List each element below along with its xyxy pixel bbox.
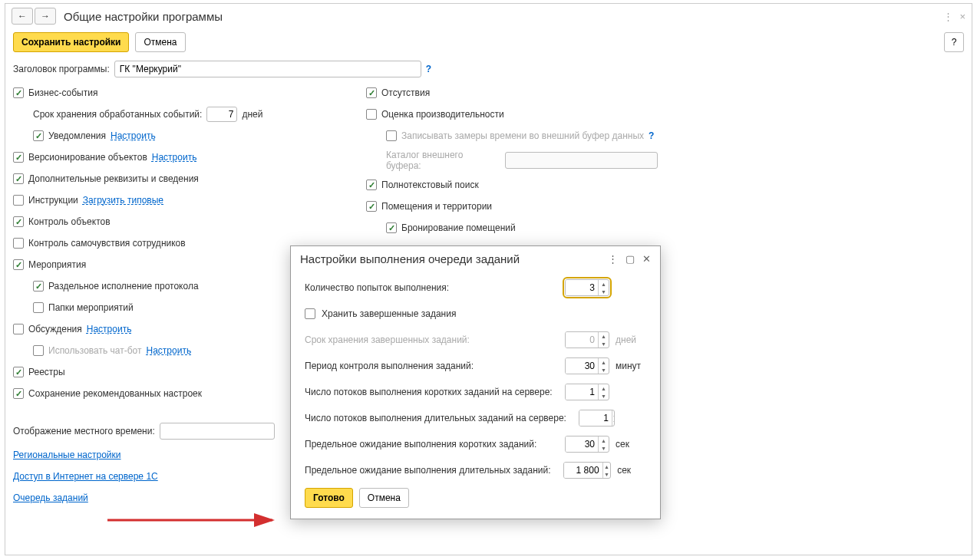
spin-down-icon[interactable]: ▼ bbox=[599, 288, 609, 295]
chatbot-configure-link[interactable]: Настроить bbox=[147, 345, 192, 356]
wellbeing-label: Контроль самочувствия сотрудников bbox=[28, 238, 186, 249]
write-external-checkbox[interactable] bbox=[386, 130, 397, 141]
rooms-checkbox[interactable] bbox=[366, 201, 377, 212]
event-folders-checkbox[interactable] bbox=[33, 302, 44, 313]
registries-label: Реестры bbox=[28, 367, 65, 377]
discussions-configure-link[interactable]: Настроить bbox=[87, 324, 132, 334]
registries-checkbox[interactable] bbox=[13, 367, 24, 377]
toolbar: Сохранить настройки Отмена ? bbox=[5, 28, 972, 56]
separate-exec-checkbox[interactable] bbox=[33, 281, 44, 292]
completed-storage-label: Срок хранения завершенных заданий: bbox=[305, 334, 470, 345]
versioning-label: Версионирование объектов bbox=[28, 152, 147, 163]
close-icon[interactable]: × bbox=[959, 11, 965, 22]
long-threads-label: Число потоков выполнения длительных зада… bbox=[305, 413, 566, 423]
cancel-button[interactable]: Отмена bbox=[135, 32, 185, 52]
short-wait-label: Предельное ожидание выполнения коротких … bbox=[305, 439, 536, 450]
storage-unit-label: дней bbox=[242, 109, 262, 120]
control-period-label: Период контроля выполнения заданий: bbox=[305, 361, 474, 371]
long-threads-spin[interactable]: ▲▼ bbox=[579, 410, 616, 427]
business-events-checkbox[interactable] bbox=[13, 87, 24, 98]
attempts-input[interactable] bbox=[566, 280, 598, 295]
short-wait-spin[interactable]: ▲▼ bbox=[565, 436, 609, 453]
sec-unit: сек bbox=[616, 439, 646, 450]
control-period-input[interactable] bbox=[566, 358, 598, 374]
events-checkbox[interactable] bbox=[13, 259, 24, 270]
rooms-label: Помещения и территории bbox=[381, 201, 492, 212]
wellbeing-checkbox[interactable] bbox=[13, 238, 24, 249]
fulltext-checkbox[interactable] bbox=[366, 180, 377, 190]
local-time-label: Отображение местного времени: bbox=[13, 426, 155, 436]
external-buffer-input[interactable] bbox=[505, 152, 658, 169]
help-button[interactable]: ? bbox=[944, 32, 964, 52]
queue-settings-dialog: Настройки выполнения очереди заданий ⋮ ▢… bbox=[290, 245, 661, 519]
dialog-cancel-button[interactable]: Отмена bbox=[359, 488, 409, 508]
instructions-label: Инструкции bbox=[28, 195, 78, 206]
versioning-configure-link[interactable]: Настроить bbox=[152, 152, 197, 163]
chatbot-checkbox[interactable] bbox=[33, 345, 44, 356]
extra-attrs-label: Дополнительные реквизиты и сведения bbox=[28, 173, 199, 184]
separate-exec-label: Раздельное исполнение протокола bbox=[48, 281, 199, 292]
notifications-checkbox[interactable] bbox=[33, 130, 44, 141]
short-threads-input[interactable] bbox=[566, 384, 598, 400]
completed-storage-input[interactable] bbox=[566, 332, 598, 348]
local-time-input[interactable] bbox=[160, 423, 275, 440]
external-buffer-label: Каталог внешнего буфера: bbox=[386, 150, 500, 171]
load-default-link[interactable]: Загрузить типовые bbox=[83, 195, 163, 206]
completed-storage-spin[interactable]: ▲▼ bbox=[565, 331, 609, 348]
absences-checkbox[interactable] bbox=[366, 87, 377, 98]
more-icon[interactable]: ⋮ bbox=[943, 11, 953, 22]
business-events-label: Бизнес-события bbox=[28, 87, 97, 98]
program-title-label: Заголовок программы: bbox=[13, 64, 110, 74]
help-icon[interactable]: ? bbox=[426, 64, 431, 74]
write-external-label: Записывать замеры времени во внешний буф… bbox=[401, 130, 644, 141]
minutes-unit: минут bbox=[616, 361, 646, 371]
short-threads-label: Число потоков выполнения коротких задани… bbox=[305, 387, 553, 397]
dialog-maximize-icon[interactable]: ▢ bbox=[625, 253, 635, 265]
short-threads-spin[interactable]: ▲▼ bbox=[565, 384, 609, 400]
object-control-label: Контроль объектов bbox=[28, 216, 111, 227]
chatbot-label: Использовать чат-бот bbox=[48, 345, 142, 356]
done-button[interactable]: Готово bbox=[305, 488, 353, 508]
save-recommended-checkbox[interactable] bbox=[13, 388, 24, 399]
days-unit: дней bbox=[616, 334, 646, 345]
event-folders-label: Папки мероприятий bbox=[48, 302, 134, 313]
notifications-configure-link[interactable]: Настроить bbox=[111, 130, 156, 141]
perf-eval-checkbox[interactable] bbox=[366, 109, 377, 120]
external-help-icon[interactable]: ? bbox=[649, 130, 654, 141]
attempts-label: Количество попыток выполнения: bbox=[305, 282, 449, 293]
object-control-checkbox[interactable] bbox=[13, 216, 24, 227]
back-button[interactable]: ← bbox=[12, 8, 33, 25]
extra-attrs-checkbox[interactable] bbox=[13, 173, 24, 184]
long-wait-label: Предельное ожидание выполнения длительны… bbox=[305, 465, 551, 476]
forward-button[interactable]: → bbox=[35, 8, 56, 25]
storage-term-input[interactable] bbox=[206, 107, 237, 122]
discussions-label: Обсуждения bbox=[28, 324, 82, 334]
job-queue-link[interactable]: Очередь заданий bbox=[13, 492, 88, 503]
program-title-input[interactable] bbox=[114, 61, 421, 77]
left-column: Бизнес-события Срок хранения обработанны… bbox=[13, 85, 305, 512]
long-wait-input[interactable] bbox=[564, 463, 602, 478]
dialog-title: Настройки выполнения очереди заданий bbox=[300, 252, 608, 265]
long-threads-input[interactable] bbox=[579, 410, 612, 426]
attempts-spin[interactable]: ▲▼ bbox=[565, 279, 609, 296]
instructions-checkbox[interactable] bbox=[13, 195, 24, 206]
dialog-close-icon[interactable]: ✕ bbox=[642, 253, 651, 265]
events-label: Мероприятия bbox=[28, 259, 86, 270]
internet-access-link[interactable]: Доступ в Интернет на сервере 1С bbox=[13, 471, 158, 482]
control-period-spin[interactable]: ▲▼ bbox=[565, 357, 609, 374]
versioning-checkbox[interactable] bbox=[13, 152, 24, 163]
long-wait-spin[interactable]: ▲▼ bbox=[563, 462, 612, 479]
booking-label: Бронирование помещений bbox=[401, 222, 516, 233]
title-bar: ← → Общие настройки программы ⋮ × bbox=[5, 4, 972, 28]
fulltext-label: Полнотекстовый поиск bbox=[381, 180, 479, 190]
discussions-checkbox[interactable] bbox=[13, 324, 24, 334]
store-completed-checkbox[interactable] bbox=[305, 308, 315, 319]
save-button[interactable]: Сохранить настройки bbox=[13, 32, 129, 52]
notifications-label: Уведомления bbox=[48, 130, 106, 141]
sec-unit-2: сек bbox=[617, 465, 646, 476]
booking-checkbox[interactable] bbox=[386, 222, 397, 233]
spin-up-icon[interactable]: ▲ bbox=[599, 280, 609, 288]
regional-settings-link[interactable]: Региональные настройки bbox=[13, 450, 121, 460]
dialog-more-icon[interactable]: ⋮ bbox=[608, 253, 618, 265]
short-wait-input[interactable] bbox=[566, 436, 598, 452]
